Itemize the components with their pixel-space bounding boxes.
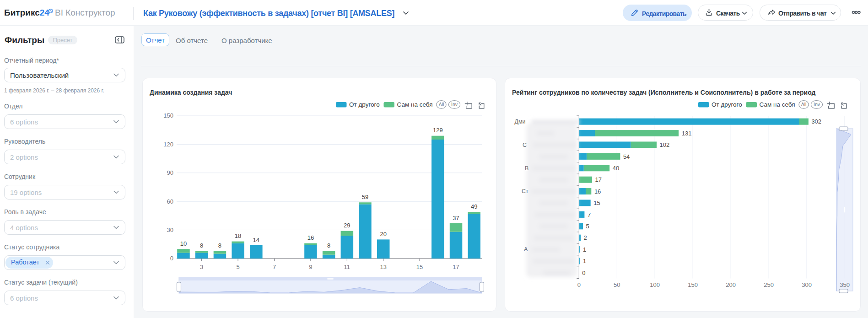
svg-text:От другого: От другого [712,101,742,108]
svg-text:8: 8 [200,242,203,249]
svg-text:5: 5 [586,223,589,230]
svg-text:300: 300 [802,281,812,288]
svg-text:13: 13 [380,264,386,270]
svg-text:250: 250 [764,281,774,288]
svg-text:С: С [523,142,527,148]
svg-text:17: 17 [453,264,459,270]
svg-text:37: 37 [453,215,459,221]
svg-text:А: А [524,246,528,253]
svg-text:350: 350 [840,281,850,288]
svg-text:1: 1 [583,246,586,253]
svg-text:17: 17 [595,176,602,183]
svg-text:5: 5 [236,264,239,270]
svg-text:Ст: Ст [522,188,528,194]
svg-text:All: All [801,102,807,107]
svg-text:От другого: От другого [349,101,380,108]
svg-text:Дми: Дми [515,119,526,125]
svg-text:2: 2 [584,234,587,241]
svg-text:3: 3 [200,264,203,270]
svg-text:131: 131 [682,130,692,137]
svg-text:29: 29 [344,222,350,229]
svg-text:302: 302 [811,118,821,125]
svg-text:11: 11 [344,264,350,270]
svg-text:50: 50 [614,281,620,288]
svg-text:В: В [525,165,528,172]
svg-text:30: 30 [167,226,173,233]
svg-text:0: 0 [582,269,585,276]
svg-text:16: 16 [307,234,314,241]
svg-text:129: 129 [433,127,443,134]
svg-text:16: 16 [594,188,601,195]
svg-text:0: 0 [170,255,173,262]
svg-text:Inv: Inv [814,102,820,107]
svg-text:15: 15 [416,264,423,270]
svg-text:Inv: Inv [451,102,458,107]
svg-text:8: 8 [218,242,221,249]
svg-text:Сам на себя: Сам на себя [760,101,795,108]
svg-text:120: 120 [163,141,173,148]
svg-text:40: 40 [613,165,619,172]
svg-text:90: 90 [167,169,173,176]
svg-text:18: 18 [235,232,241,239]
svg-text:0: 0 [577,281,581,288]
svg-text:150: 150 [688,281,698,288]
svg-text:Динамика создания задач: Динамика создания задач [150,89,232,96]
svg-text:7: 7 [588,211,591,218]
svg-text:54: 54 [623,153,630,160]
svg-text:1: 1 [583,258,586,264]
svg-text:60: 60 [167,198,173,205]
svg-text:Сам на себя: Сам на себя [397,101,433,108]
svg-text:200: 200 [726,281,736,288]
svg-text:9: 9 [309,264,312,270]
svg-text:All: All [439,102,444,107]
svg-text:15: 15 [593,199,600,206]
svg-text:102: 102 [660,141,670,148]
svg-text:150: 150 [163,112,173,119]
svg-text:100: 100 [650,281,660,288]
svg-text:20: 20 [380,231,386,237]
svg-text:49: 49 [471,203,477,210]
svg-text:59: 59 [362,194,368,200]
svg-text:14: 14 [253,237,259,243]
svg-text:7: 7 [273,264,276,270]
svg-text:10: 10 [180,240,187,247]
svg-text:Рейтинг сотрудников по количес: Рейтинг сотрудников по количеству задач … [512,89,816,96]
svg-text:8: 8 [327,242,330,249]
